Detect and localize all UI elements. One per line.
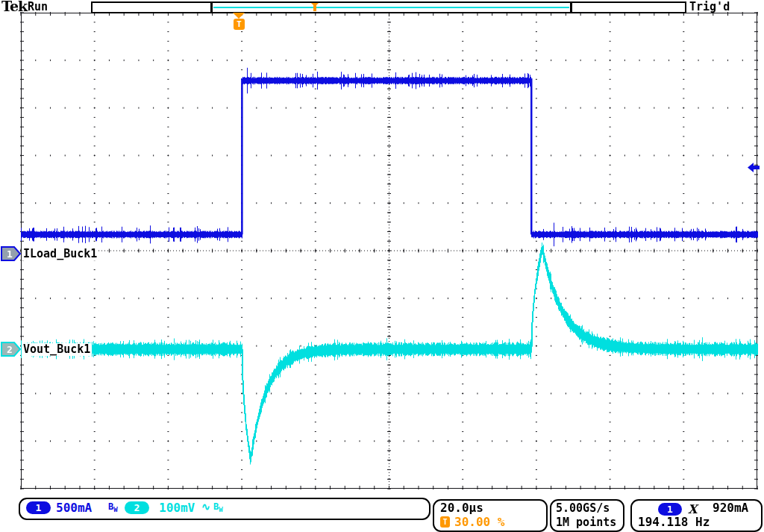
- svg-text:2: 2: [7, 344, 13, 355]
- record-window-left-bracket: [210, 3, 213, 12]
- ch1-badge: 1: [26, 501, 51, 514]
- acquisition-readout-box: 5.00GS/s 1M points: [550, 499, 624, 532]
- trigger-level-readout: 920mA: [713, 501, 748, 515]
- trigger-position-t-icon: T: [234, 19, 245, 30]
- waveform-display: [0, 0, 764, 532]
- acquisition-status: Run: [28, 0, 48, 13]
- trigger-position-readout: 30.00 %: [454, 516, 504, 529]
- ch2-badge: 2: [125, 501, 149, 514]
- svg-text:1: 1: [7, 248, 13, 260]
- record-trigger-position-stem: [313, 5, 316, 11]
- ch1-scale-readout: 500mA: [56, 501, 92, 515]
- ch1-bandwidth-limit-icon: BW: [108, 501, 118, 513]
- tek-logo: Tek: [1, 0, 27, 14]
- horizontal-readout-box: 20.0µs T 30.00 %: [433, 499, 548, 532]
- trigger-status: Trig'd: [689, 0, 730, 13]
- trigger-level-arrow-icon: [747, 162, 760, 173]
- trigger-frequency-readout: 194.118 Hz: [638, 516, 710, 529]
- trigger-readout-box: 1 X 920mA 194.118 Hz: [630, 499, 763, 532]
- ch2-scale-readout: 100mV: [159, 501, 195, 515]
- ch2-waveform-label: Vout_Buck1: [22, 343, 92, 356]
- trigger-position-badge-icon: T: [440, 516, 450, 528]
- ch2-ac-coupling-icon: ∿: [201, 501, 210, 513]
- timebase-readout: 20.0µs: [440, 501, 483, 515]
- sample-rate-readout: 5.00GS/s: [556, 501, 610, 515]
- ch2-bandwidth-limit-icon: BW: [213, 501, 223, 513]
- channel-readout-box: 1 500mA BW 2 100mV ∿ BW: [19, 498, 430, 520]
- oscilloscope-screen: Tek Run Trig'd T 1 ILoad_Buck1 2 Vout_Bu…: [0, 0, 764, 532]
- trigger-source-badge: 1: [658, 503, 682, 516]
- ch2-ground-marker: 2: [1, 341, 22, 357]
- record-view-bar: [91, 1, 686, 13]
- ch1-waveform-label: ILoad_Buck1: [22, 248, 98, 260]
- record-length-readout: 1M points: [556, 516, 616, 529]
- trigger-position-arrow-icon: [233, 13, 245, 19]
- ch1-ground-marker: 1: [1, 245, 22, 262]
- record-window-right-bracket: [570, 3, 572, 12]
- record-view-waveform-preview: [213, 7, 569, 8]
